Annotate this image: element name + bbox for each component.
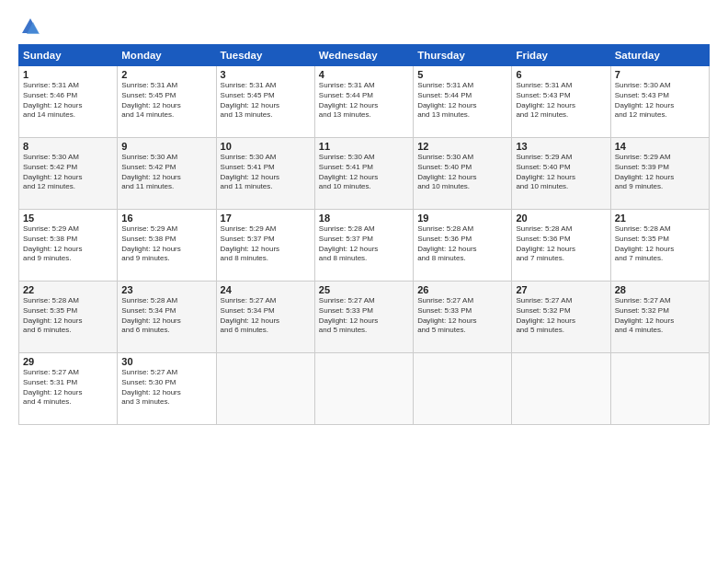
cell-info: Sunrise: 5:30 AM Sunset: 5:41 PM Dayligh… xyxy=(319,153,409,192)
calendar-cell: 4Sunrise: 5:31 AM Sunset: 5:44 PM Daylig… xyxy=(314,66,413,138)
day-number: 20 xyxy=(516,213,606,224)
weekday-header-monday: Monday xyxy=(118,45,216,66)
calendar-cell: 24Sunrise: 5:27 AM Sunset: 5:34 PM Dayli… xyxy=(216,282,314,353)
day-number: 30 xyxy=(121,356,211,367)
day-number: 25 xyxy=(319,284,409,295)
calendar-cell: 28Sunrise: 5:27 AM Sunset: 5:32 PM Dayli… xyxy=(610,282,709,353)
calendar-cell: 13Sunrise: 5:29 AM Sunset: 5:40 PM Dayli… xyxy=(512,138,610,210)
day-number: 12 xyxy=(417,141,507,152)
day-number: 23 xyxy=(121,284,211,295)
day-number: 15 xyxy=(23,213,113,224)
day-number: 7 xyxy=(615,69,705,80)
cell-info: Sunrise: 5:27 AM Sunset: 5:33 PM Dayligh… xyxy=(417,296,507,336)
day-number: 18 xyxy=(319,213,409,224)
weekday-header-friday: Friday xyxy=(512,45,610,66)
calendar-cell: 10Sunrise: 5:30 AM Sunset: 5:41 PM Dayli… xyxy=(216,138,314,210)
logo-icon xyxy=(20,17,40,37)
calendar-cell xyxy=(610,353,709,425)
calendar-cell: 6Sunrise: 5:31 AM Sunset: 5:43 PM Daylig… xyxy=(512,66,610,138)
calendar-week-1: 1Sunrise: 5:31 AM Sunset: 5:46 PM Daylig… xyxy=(19,66,710,138)
day-number: 1 xyxy=(23,69,113,80)
cell-info: Sunrise: 5:27 AM Sunset: 5:34 PM Dayligh… xyxy=(221,296,311,336)
day-number: 2 xyxy=(121,69,211,80)
calendar-cell: 3Sunrise: 5:31 AM Sunset: 5:45 PM Daylig… xyxy=(216,66,314,138)
cell-info: Sunrise: 5:29 AM Sunset: 5:39 PM Dayligh… xyxy=(615,153,705,192)
cell-info: Sunrise: 5:31 AM Sunset: 5:45 PM Dayligh… xyxy=(221,81,311,121)
cell-info: Sunrise: 5:31 AM Sunset: 5:44 PM Dayligh… xyxy=(417,81,507,121)
cell-info: Sunrise: 5:27 AM Sunset: 5:33 PM Dayligh… xyxy=(319,296,409,336)
cell-info: Sunrise: 5:30 AM Sunset: 5:41 PM Dayligh… xyxy=(221,153,311,192)
day-number: 17 xyxy=(221,213,311,224)
weekday-header-saturday: Saturday xyxy=(610,45,709,66)
day-number: 26 xyxy=(417,284,507,295)
day-number: 4 xyxy=(319,69,409,80)
cell-info: Sunrise: 5:30 AM Sunset: 5:40 PM Dayligh… xyxy=(417,153,507,192)
calendar-cell xyxy=(414,353,512,425)
calendar-week-2: 8Sunrise: 5:30 AM Sunset: 5:42 PM Daylig… xyxy=(19,138,710,210)
header xyxy=(18,17,710,37)
weekday-header-tuesday: Tuesday xyxy=(216,45,314,66)
cell-info: Sunrise: 5:31 AM Sunset: 5:43 PM Dayligh… xyxy=(516,81,606,121)
day-number: 22 xyxy=(23,284,113,295)
day-number: 27 xyxy=(516,284,606,295)
cell-info: Sunrise: 5:31 AM Sunset: 5:46 PM Dayligh… xyxy=(23,81,113,121)
weekday-header: SundayMondayTuesdayWednesdayThursdayFrid… xyxy=(19,45,710,66)
calendar-week-3: 15Sunrise: 5:29 AM Sunset: 5:38 PM Dayli… xyxy=(19,210,710,282)
calendar-cell: 19Sunrise: 5:28 AM Sunset: 5:36 PM Dayli… xyxy=(414,210,512,282)
weekday-header-wednesday: Wednesday xyxy=(314,45,413,66)
cell-info: Sunrise: 5:30 AM Sunset: 5:43 PM Dayligh… xyxy=(615,81,705,121)
cell-info: Sunrise: 5:29 AM Sunset: 5:38 PM Dayligh… xyxy=(23,224,113,264)
calendar-cell: 16Sunrise: 5:29 AM Sunset: 5:38 PM Dayli… xyxy=(118,210,216,282)
calendar-cell: 30Sunrise: 5:27 AM Sunset: 5:30 PM Dayli… xyxy=(118,353,216,425)
day-number: 9 xyxy=(121,141,211,152)
calendar-cell: 27Sunrise: 5:27 AM Sunset: 5:32 PM Dayli… xyxy=(512,282,610,353)
calendar-cell: 25Sunrise: 5:27 AM Sunset: 5:33 PM Dayli… xyxy=(314,282,413,353)
calendar-week-5: 29Sunrise: 5:27 AM Sunset: 5:31 PM Dayli… xyxy=(19,353,710,425)
calendar-cell: 1Sunrise: 5:31 AM Sunset: 5:46 PM Daylig… xyxy=(19,66,118,138)
cell-info: Sunrise: 5:28 AM Sunset: 5:36 PM Dayligh… xyxy=(417,224,507,264)
cell-info: Sunrise: 5:27 AM Sunset: 5:31 PM Dayligh… xyxy=(23,368,113,408)
day-number: 28 xyxy=(615,284,705,295)
day-number: 19 xyxy=(417,213,507,224)
calendar-table: SundayMondayTuesdayWednesdayThursdayFrid… xyxy=(18,44,710,425)
calendar-cell: 7Sunrise: 5:30 AM Sunset: 5:43 PM Daylig… xyxy=(610,66,709,138)
logo xyxy=(18,17,40,37)
calendar-cell: 5Sunrise: 5:31 AM Sunset: 5:44 PM Daylig… xyxy=(414,66,512,138)
calendar-cell xyxy=(216,353,314,425)
cell-info: Sunrise: 5:30 AM Sunset: 5:42 PM Dayligh… xyxy=(121,153,211,192)
day-number: 24 xyxy=(221,284,311,295)
calendar-cell: 23Sunrise: 5:28 AM Sunset: 5:34 PM Dayli… xyxy=(118,282,216,353)
cell-info: Sunrise: 5:28 AM Sunset: 5:34 PM Dayligh… xyxy=(121,296,211,336)
day-number: 21 xyxy=(615,213,705,224)
calendar-week-4: 22Sunrise: 5:28 AM Sunset: 5:35 PM Dayli… xyxy=(19,282,710,353)
calendar-cell: 18Sunrise: 5:28 AM Sunset: 5:37 PM Dayli… xyxy=(314,210,413,282)
day-number: 10 xyxy=(221,141,311,152)
calendar-cell: 29Sunrise: 5:27 AM Sunset: 5:31 PM Dayli… xyxy=(19,353,118,425)
calendar-cell xyxy=(512,353,610,425)
calendar-cell: 22Sunrise: 5:28 AM Sunset: 5:35 PM Dayli… xyxy=(19,282,118,353)
page: SundayMondayTuesdayWednesdayThursdayFrid… xyxy=(0,0,728,563)
cell-info: Sunrise: 5:28 AM Sunset: 5:35 PM Dayligh… xyxy=(23,296,113,336)
calendar-cell: 17Sunrise: 5:29 AM Sunset: 5:37 PM Dayli… xyxy=(216,210,314,282)
calendar-cell: 20Sunrise: 5:28 AM Sunset: 5:36 PM Dayli… xyxy=(512,210,610,282)
calendar-cell: 21Sunrise: 5:28 AM Sunset: 5:35 PM Dayli… xyxy=(610,210,709,282)
day-number: 11 xyxy=(319,141,409,152)
cell-info: Sunrise: 5:31 AM Sunset: 5:45 PM Dayligh… xyxy=(121,81,211,121)
calendar-cell: 26Sunrise: 5:27 AM Sunset: 5:33 PM Dayli… xyxy=(414,282,512,353)
cell-info: Sunrise: 5:28 AM Sunset: 5:36 PM Dayligh… xyxy=(516,224,606,264)
calendar-cell: 11Sunrise: 5:30 AM Sunset: 5:41 PM Dayli… xyxy=(314,138,413,210)
day-number: 29 xyxy=(23,356,113,367)
calendar-body: 1Sunrise: 5:31 AM Sunset: 5:46 PM Daylig… xyxy=(19,66,710,425)
calendar-cell: 12Sunrise: 5:30 AM Sunset: 5:40 PM Dayli… xyxy=(414,138,512,210)
cell-info: Sunrise: 5:30 AM Sunset: 5:42 PM Dayligh… xyxy=(23,153,113,192)
calendar-cell: 8Sunrise: 5:30 AM Sunset: 5:42 PM Daylig… xyxy=(19,138,118,210)
day-number: 5 xyxy=(417,69,507,80)
calendar-cell: 2Sunrise: 5:31 AM Sunset: 5:45 PM Daylig… xyxy=(118,66,216,138)
calendar-cell: 15Sunrise: 5:29 AM Sunset: 5:38 PM Dayli… xyxy=(19,210,118,282)
weekday-header-sunday: Sunday xyxy=(19,45,118,66)
day-number: 14 xyxy=(615,141,705,152)
day-number: 13 xyxy=(516,141,606,152)
day-number: 3 xyxy=(221,69,311,80)
calendar-cell: 14Sunrise: 5:29 AM Sunset: 5:39 PM Dayli… xyxy=(610,138,709,210)
cell-info: Sunrise: 5:28 AM Sunset: 5:37 PM Dayligh… xyxy=(319,224,409,264)
